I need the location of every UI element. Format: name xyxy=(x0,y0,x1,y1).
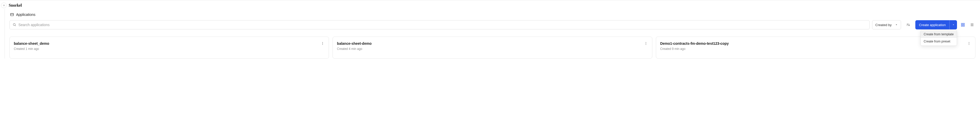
svg-rect-9 xyxy=(963,23,964,25)
create-application-button[interactable]: Create application xyxy=(915,20,949,29)
list-view-button[interactable] xyxy=(969,20,975,29)
card-more-button[interactable] xyxy=(966,41,972,46)
card-created-time: Created 4 min ago xyxy=(337,47,648,51)
application-card[interactable]: balance-sheet-demo Created 4 min ago xyxy=(332,37,652,59)
chevron-down-icon xyxy=(895,24,898,26)
svg-point-18 xyxy=(646,42,646,43)
applications-icon xyxy=(10,13,14,17)
svg-point-20 xyxy=(646,44,646,45)
svg-point-17 xyxy=(322,44,323,45)
list-icon xyxy=(970,23,974,27)
menu-item-create-from-template[interactable]: Create from template xyxy=(921,31,957,38)
create-application-label: Create application xyxy=(919,23,946,27)
svg-point-23 xyxy=(969,44,969,45)
svg-rect-1 xyxy=(11,13,14,16)
card-created-time: Created 1 min ago xyxy=(14,47,325,51)
svg-rect-11 xyxy=(963,25,964,26)
more-vertical-icon xyxy=(644,42,648,45)
svg-point-21 xyxy=(969,42,969,43)
card-title: balance-sheet-demo xyxy=(337,41,648,46)
breadcrumb: Applications xyxy=(10,9,975,20)
svg-point-22 xyxy=(969,43,969,44)
application-card[interactable]: balance-sheet_demo Created 1 min ago xyxy=(10,37,329,59)
svg-point-3 xyxy=(13,24,15,25)
sort-button[interactable] xyxy=(904,20,913,29)
more-vertical-icon xyxy=(321,42,325,45)
svg-rect-8 xyxy=(961,23,963,25)
create-application-dropdown-toggle[interactable] xyxy=(949,20,957,29)
search-input[interactable] xyxy=(18,23,866,27)
grid-view-button[interactable] xyxy=(959,20,966,29)
menu-item-create-from-preset[interactable]: Create from preset xyxy=(921,38,957,45)
card-title: balance-sheet_demo xyxy=(14,41,325,46)
create-application-menu: Create from template Create from preset xyxy=(920,30,957,46)
search-field[interactable] xyxy=(10,20,870,29)
sort-icon xyxy=(906,23,910,27)
created-by-filter[interactable]: Created by xyxy=(872,20,901,29)
created-by-label: Created by xyxy=(875,23,892,27)
chevron-down-icon xyxy=(952,24,955,26)
arrow-collapse-icon xyxy=(3,4,5,6)
card-more-button[interactable] xyxy=(320,41,325,46)
sidebar-collapse-button[interactable] xyxy=(1,3,6,8)
svg-line-4 xyxy=(15,25,16,26)
grid-icon xyxy=(961,23,965,27)
search-icon xyxy=(13,23,16,27)
page-title: Applications xyxy=(16,13,35,17)
more-vertical-icon xyxy=(967,42,971,45)
svg-point-16 xyxy=(322,43,323,44)
brand-logo: Snorkel xyxy=(9,3,22,8)
svg-point-15 xyxy=(322,42,323,43)
svg-point-19 xyxy=(646,43,646,44)
create-application-group: Create application Create from template … xyxy=(915,20,957,29)
card-created-time: Created 9 min ago xyxy=(660,47,971,51)
svg-rect-10 xyxy=(961,25,963,26)
card-more-button[interactable] xyxy=(643,41,649,46)
applications-grid: balance-sheet_demo Created 1 min ago bal… xyxy=(10,37,975,59)
